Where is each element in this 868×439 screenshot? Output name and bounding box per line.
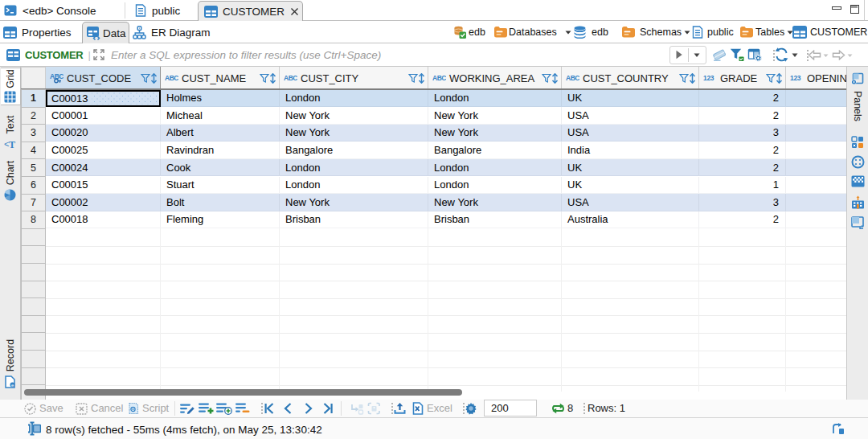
svg-text:123: 123: [703, 74, 714, 82]
svg-text:ABC: ABC: [284, 74, 297, 82]
svg-text:123: 123: [790, 74, 801, 82]
svg-text:ABC: ABC: [165, 74, 178, 82]
svg-text:ABC: ABC: [432, 74, 446, 82]
svg-text:T: T: [9, 139, 15, 150]
svg-text:ABC: ABC: [566, 74, 579, 82]
